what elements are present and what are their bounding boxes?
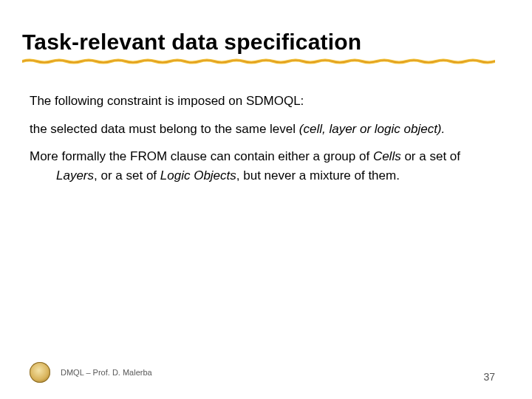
- slide-title: Task-relevant data specification: [22, 30, 502, 55]
- p3-e: , or a set of: [94, 168, 160, 183]
- seal-icon: [30, 362, 50, 383]
- p3-d: Layers: [56, 168, 94, 183]
- title-block: Task-relevant data specification: [22, 30, 502, 64]
- footer: DMQL – Prof. D. Malerba 37: [30, 359, 502, 380]
- title-underline-icon: [22, 58, 495, 64]
- paragraph-2: the selected data must belong to the sam…: [30, 120, 502, 139]
- paragraph-1: The following constraint is imposed on S…: [30, 92, 502, 111]
- p3-a: More formally the FROM clause can contai…: [30, 149, 373, 163]
- paragraph-3: More formally the FROM clause can contai…: [30, 147, 502, 185]
- body-text: The following constraint is imposed on S…: [30, 92, 502, 185]
- page-number: 37: [483, 371, 495, 383]
- p2-italic: (cell, layer or logic object).: [299, 122, 445, 136]
- p3-g: , but never a mixture of them.: [236, 168, 400, 183]
- footer-text: DMQL – Prof. D. Malerba: [61, 368, 152, 377]
- p3-f: Logic Objects: [160, 168, 236, 183]
- p2-plain: the selected data must belong to the sam…: [30, 122, 299, 136]
- slide: Task-relevant data specification The fol…: [0, 0, 532, 399]
- p3-c: or a set of: [401, 149, 460, 163]
- p3-b: Cells: [373, 149, 401, 163]
